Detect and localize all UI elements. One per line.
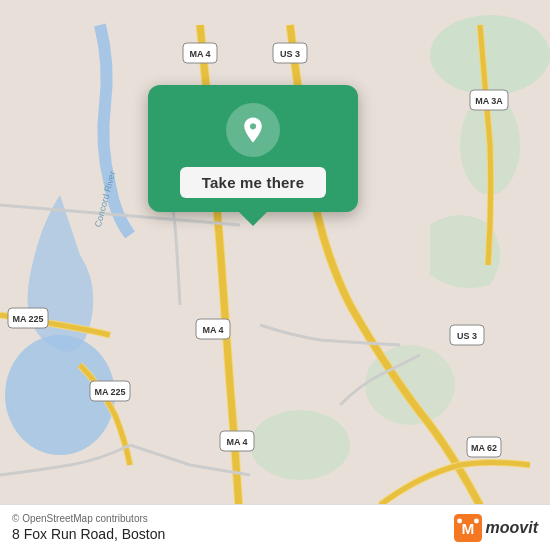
svg-text:US 3: US 3 (457, 331, 477, 341)
svg-text:MA 225: MA 225 (12, 314, 43, 324)
location-label: 8 Fox Run Road, Boston (12, 526, 165, 542)
svg-text:MA 4: MA 4 (226, 437, 247, 447)
moovit-text: moovit (486, 519, 538, 537)
take-me-there-button[interactable]: Take me there (180, 167, 326, 198)
svg-text:MA 4: MA 4 (202, 325, 223, 335)
moovit-icon: M (454, 514, 482, 542)
bottom-left-info: © OpenStreetMap contributors 8 Fox Run R… (12, 513, 165, 542)
popup-card: Take me there (148, 85, 358, 212)
location-pin-icon (238, 115, 268, 145)
svg-text:MA 4: MA 4 (189, 49, 210, 59)
svg-text:MA 3A: MA 3A (475, 96, 503, 106)
svg-point-26 (457, 518, 462, 523)
moovit-logo: M moovit (454, 514, 538, 542)
location-icon-container (226, 103, 280, 157)
svg-text:MA 225: MA 225 (94, 387, 125, 397)
svg-point-0 (430, 15, 550, 95)
svg-point-27 (473, 518, 478, 523)
svg-text:MA 62: MA 62 (471, 443, 497, 453)
osm-attribution: © OpenStreetMap contributors (12, 513, 165, 524)
svg-text:M: M (461, 519, 474, 536)
map-svg: MA 4 US 3 MA 3A MA 4 US 3 MA 225 MA 225 … (0, 0, 550, 550)
map-container: MA 4 US 3 MA 3A MA 4 US 3 MA 225 MA 225 … (0, 0, 550, 550)
bottom-bar: © OpenStreetMap contributors 8 Fox Run R… (0, 504, 550, 550)
svg-point-2 (250, 410, 350, 480)
svg-text:US 3: US 3 (280, 49, 300, 59)
